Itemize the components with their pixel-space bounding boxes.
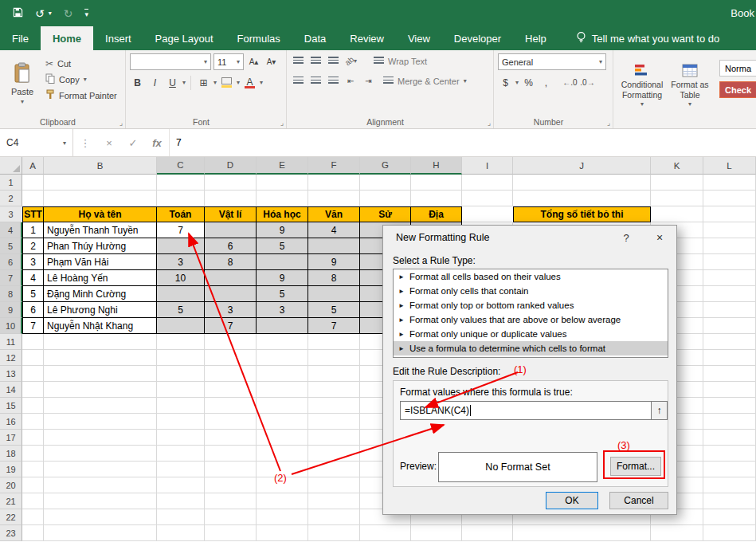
column-header-A[interactable]: A [22,157,44,175]
column-header-L[interactable]: L [703,157,756,175]
cell-E14[interactable] [257,382,308,398]
column-header-H[interactable]: H [411,157,462,175]
row-header-15[interactable]: 15 [0,398,22,414]
row-header-19[interactable]: 19 [0,462,22,477]
orientation-button[interactable]: ab▾ [343,53,358,69]
column-header-K[interactable]: K [651,157,703,175]
font-color-button[interactable]: A [242,75,257,90]
cell-F13[interactable] [308,366,360,382]
row-header-16[interactable]: 16 [0,414,22,430]
name-box-separator-icon[interactable]: ⋮ [73,137,97,149]
decrease-indent-button[interactable]: ⇤ [343,73,358,88]
cell-C22[interactable] [157,509,205,525]
tab-review[interactable]: Review [338,26,396,50]
cell-I23[interactable] [462,525,513,541]
align-center-button[interactable] [308,73,323,88]
cell-D3[interactable]: Vật lí [205,206,257,222]
cell-E22[interactable] [257,509,308,525]
cell-A2[interactable] [22,191,44,206]
cell-F6[interactable]: 9 [308,254,360,270]
tab-data[interactable]: Data [292,26,338,50]
tab-formulas[interactable]: Formulas [225,26,292,50]
fill-color-button[interactable] [219,75,234,90]
cell-A12[interactable] [22,350,44,366]
cell-C12[interactable] [157,350,205,366]
cell-A13[interactable] [22,366,44,382]
cell-D6[interactable]: 8 [205,254,257,270]
cell-B13[interactable] [44,366,157,382]
cell-B1[interactable] [44,175,157,191]
cell-C3[interactable]: Toán [157,206,205,222]
cell-B4[interactable]: Nguyễn Thanh Tuyền [44,222,157,238]
cell-I3[interactable] [462,206,513,222]
cell-C17[interactable] [157,430,205,446]
row-header-6[interactable]: 6 [0,254,22,270]
formula-bar-input[interactable]: 7 [169,129,756,156]
save-icon[interactable] [13,7,23,20]
cell-L21[interactable] [703,493,756,509]
cell-A22[interactable] [22,509,44,525]
cell-C1[interactable] [157,175,205,191]
row-header-4[interactable]: 4 [0,222,22,238]
clipboard-dialog-launcher-icon[interactable]: ⌟ [119,119,123,127]
cell-F23[interactable] [308,525,360,541]
font-size-combo[interactable]: 11 ▾ [213,53,244,70]
rule-type-option-5[interactable]: ►Format only unique or duplicate values [394,327,668,341]
rule-type-option-4[interactable]: ►Format only values that are above or be… [394,312,668,327]
cell-L16[interactable] [703,414,756,430]
cell-E11[interactable] [257,334,308,350]
align-left-button[interactable] [291,73,306,88]
cell-F4[interactable]: 4 [308,222,360,238]
wrap-text-button[interactable]: Wrap Text [374,57,427,66]
cell-D20[interactable] [205,477,257,493]
tab-file[interactable]: File [0,26,41,50]
borders-button[interactable]: ⊞ [196,75,211,90]
cell-C11[interactable] [157,334,205,350]
cell-B9[interactable]: Lê Phương Nghi [44,302,157,318]
tab-help[interactable]: Help [513,26,558,50]
cell-F12[interactable] [308,350,360,366]
cell-F19[interactable] [308,462,360,477]
column-header-J[interactable]: J [513,157,651,175]
cell-B19[interactable] [44,462,157,477]
cell-F9[interactable]: 5 [308,302,360,318]
chevron-down-icon[interactable]: ▾ [213,79,217,86]
cell-L6[interactable] [703,254,756,270]
cell-E4[interactable]: 9 [257,222,308,238]
cell-E7[interactable]: 9 [257,270,308,286]
cell-G3[interactable]: Sử [360,206,411,222]
cell-D10[interactable]: 7 [205,318,257,334]
cell-D9[interactable]: 3 [205,302,257,318]
underline-button[interactable]: U [165,75,180,90]
cell-H3[interactable]: Địa [411,206,462,222]
cell-I2[interactable] [462,191,513,206]
comma-style-button[interactable]: , [539,75,554,90]
decrease-decimal-button[interactable]: .0→ [580,75,595,90]
cell-L23[interactable] [703,525,756,541]
cell-D22[interactable] [205,509,257,525]
cell-D11[interactable] [205,334,257,350]
alignment-dialog-launcher-icon[interactable]: ⌟ [488,119,491,127]
cell-B8[interactable]: Đặng Minh Cường [44,286,157,302]
cell-E2[interactable] [257,191,308,206]
font-dialog-launcher-icon[interactable]: ⌟ [280,119,284,127]
cell-E21[interactable] [257,493,308,509]
cell-E12[interactable] [257,350,308,366]
row-header-3[interactable]: 3 [0,206,22,222]
column-header-D[interactable]: D [205,157,257,175]
cell-L13[interactable] [703,366,756,382]
cell-L20[interactable] [703,477,756,493]
tab-home[interactable]: Home [41,26,93,50]
cell-L10[interactable] [703,318,756,334]
column-header-F[interactable]: F [308,157,360,175]
cell-B17[interactable] [44,430,157,446]
cell-A8[interactable]: 5 [22,286,44,302]
cell-A9[interactable]: 6 [22,302,44,318]
cell-E1[interactable] [257,175,308,191]
cell-B23[interactable] [44,525,157,541]
row-header-11[interactable]: 11 [0,334,22,350]
cell-D18[interactable] [205,446,257,462]
row-header-21[interactable]: 21 [0,493,22,509]
cell-L3[interactable] [703,206,756,222]
undo-icon[interactable]: ↺ [35,7,45,20]
